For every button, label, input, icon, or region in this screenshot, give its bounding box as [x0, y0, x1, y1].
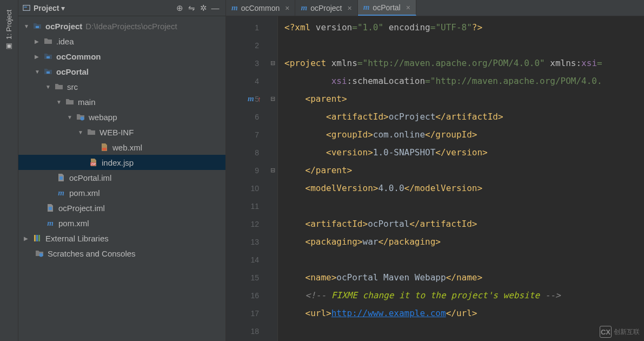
editor-body[interactable]: 1 2 3⊟ 4 5m↑⊟ 6 7 8 9⊟ 10 11 12 13 14 15… — [226, 16, 644, 341]
line-num: 6 — [226, 108, 277, 126]
tree-row-idea[interactable]: ▶ .idea — [18, 34, 225, 49]
gear-icon[interactable]: ✲ — [197, 2, 209, 14]
code-line: <packaging>war</packaging> — [278, 233, 644, 251]
tree-label: .idea — [56, 37, 74, 46]
left-gutter-strip: ▣ 1: Project — [0, 0, 18, 341]
watermark: CX 创新互联 — [600, 326, 640, 338]
fold-icon[interactable]: ⊟ — [270, 60, 275, 67]
tree-row-src[interactable]: ▼ src — [18, 79, 225, 94]
tree-row-root[interactable]: ▼ ocProject D:\IdeaProjects\ocProject — [18, 18, 225, 34]
tree-row-pom1[interactable]: m pom.xml — [18, 185, 225, 200]
line-num: 1 — [226, 18, 277, 36]
tab-occommon[interactable]: m ocCommon × — [226, 0, 295, 16]
tree-label: pom.xml — [69, 188, 100, 198]
editor-tabs: m ocCommon × m ocProject × m ocPortal × — [226, 0, 644, 16]
chevron-down-icon[interactable]: ▾ — [61, 4, 65, 12]
tree-label: External Libraries — [45, 234, 109, 243]
maven-icon: m — [56, 188, 66, 198]
tree-row-ocportal-iml[interactable]: ocPortal.iml — [18, 170, 225, 185]
tree-row-webxml[interactable]: web.xml — [18, 140, 225, 155]
project-header-icon — [23, 4, 30, 12]
project-tool-vertical-tab[interactable]: ▣ 1: Project — [3, 0, 15, 61]
tree-label: ocProject — [45, 22, 82, 31]
tree-row-scratches[interactable]: Scratches and Consoles — [18, 246, 225, 261]
close-icon[interactable]: × — [406, 3, 410, 12]
tree-row-external-libraries[interactable]: ▶ External Libraries — [18, 231, 225, 246]
code-line: <?xml version="1.0" encoding="UTF-8"?> — [278, 18, 644, 36]
svg-rect-9 — [59, 176, 63, 180]
jsp-file-icon: JSP — [89, 158, 98, 167]
project-tree: ▼ ocProject D:\IdeaProjects\ocProject ▶ … — [18, 16, 225, 341]
tree-row-webinf[interactable]: ▼ WEB-INF — [18, 124, 225, 140]
tree-row-indexjsp[interactable]: JSP index.jsp — [18, 155, 225, 170]
code-line: <!-- FIXME change it to the project's we… — [278, 286, 644, 304]
svg-rect-12 — [36, 235, 38, 241]
fold-end-icon[interactable]: ⊟ — [270, 167, 275, 174]
folder-icon — [65, 97, 75, 107]
line-num: 14 — [226, 251, 277, 268]
xml-file-icon — [99, 142, 109, 152]
line-num: 17 — [226, 304, 277, 322]
chevron-down-icon: ▼ — [67, 114, 74, 120]
maven-icon: m — [248, 94, 254, 103]
hide-icon[interactable]: — — [209, 2, 221, 14]
code-line: <url>http://www.example.com</url> — [278, 304, 644, 322]
tree-label: web.xml — [112, 143, 142, 152]
tree-label: ocPortal.iml — [69, 173, 111, 182]
svg-rect-10 — [49, 207, 52, 210]
line-num: 13 — [226, 233, 277, 251]
tab-ocproject[interactable]: m ocProject × — [295, 0, 357, 16]
tree-row-main[interactable]: ▼ main — [18, 94, 225, 109]
tree-row-ocproject-iml[interactable]: ocProject.iml — [18, 200, 225, 215]
project-panel-header: Project ▾ ⊕ ⇋ ✲ — — [18, 0, 225, 16]
line-num: 2 — [226, 36, 277, 54]
arrow-up-icon: ↑ — [257, 95, 261, 103]
code-line: xsi:schemaLocation="http://maven.apache.… — [278, 72, 644, 90]
code-line: <version>1.0-SNAPSHOT</version> — [278, 143, 644, 161]
tree-row-pom2[interactable]: m pom.xml — [18, 215, 225, 231]
svg-rect-11 — [34, 235, 36, 241]
folder-icon — [54, 82, 64, 91]
module-icon — [43, 51, 53, 61]
svg-rect-13 — [38, 235, 40, 241]
svg-rect-6 — [102, 148, 107, 150]
line-num: 5m↑⊟ — [226, 90, 277, 108]
module-icon — [43, 67, 53, 76]
code-area[interactable]: <?xml version="1.0" encoding="UTF-8"?> <… — [278, 16, 644, 341]
close-icon[interactable]: × — [285, 4, 289, 12]
editor-area: m ocCommon × m ocProject × m ocPortal × … — [226, 0, 644, 341]
line-num: 18 — [226, 322, 277, 340]
line-num: 8 — [226, 143, 277, 161]
tree-row-webapp[interactable]: ▼ webapp — [18, 109, 225, 124]
iml-file-icon — [56, 173, 66, 182]
code-line: <parent> — [278, 90, 644, 108]
svg-point-14 — [39, 253, 43, 257]
code-line — [278, 322, 644, 340]
tree-row-ocportal[interactable]: ▼ ocPortal — [18, 64, 225, 79]
line-num: 7 — [226, 126, 277, 143]
close-icon[interactable]: × — [347, 4, 351, 12]
project-panel-title[interactable]: Project — [34, 4, 59, 12]
project-vtab-icon: ▣ — [5, 43, 13, 51]
watermark-logo: CX — [600, 326, 612, 338]
chevron-down-icon: ▼ — [24, 23, 30, 29]
line-num: 10 — [226, 179, 277, 197]
chevron-down-icon: ▼ — [45, 84, 52, 90]
fold-icon[interactable]: ⊟ — [270, 95, 275, 102]
folder-icon — [87, 127, 96, 137]
svg-rect-0 — [23, 5, 30, 10]
tree-row-occommon[interactable]: ▶ ocCommon — [18, 49, 225, 64]
code-line: <project xmlns="http://maven.apache.org/… — [278, 54, 644, 72]
tab-ocportal[interactable]: m ocPortal × — [358, 0, 416, 16]
editor-gutter: 1 2 3⊟ 4 5m↑⊟ 6 7 8 9⊟ 10 11 12 13 14 15… — [226, 16, 278, 341]
tree-label: webapp — [89, 113, 117, 122]
tree-label: WEB-INF — [99, 128, 134, 137]
locate-icon[interactable]: ⊕ — [174, 2, 185, 14]
code-line — [278, 197, 644, 215]
tab-label: ocPortal — [373, 3, 400, 12]
code-line: <name>ocPortal Maven Webapp</name> — [278, 268, 644, 286]
code-line: <artifactId>ocPortal</artifactId> — [278, 215, 644, 233]
collapse-icon[interactable]: ⇋ — [185, 2, 197, 14]
svg-text:JSP: JSP — [91, 162, 96, 166]
svg-rect-4 — [47, 71, 50, 74]
